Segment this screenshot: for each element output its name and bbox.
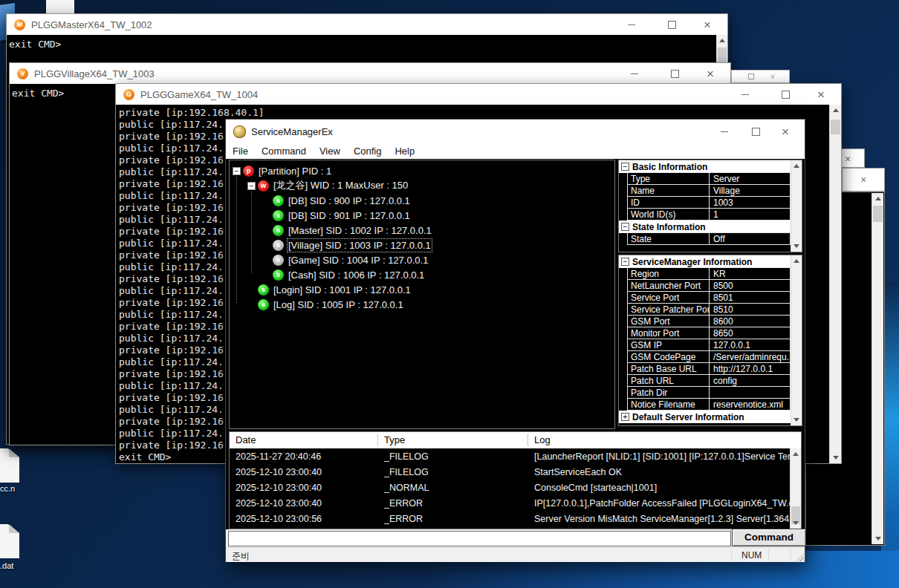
- section-header-state[interactable]: − State Information: [619, 220, 791, 233]
- property-row[interactable]: Region KR: [627, 267, 791, 280]
- background-titlebar-fragment[interactable]: ˅: [731, 70, 790, 83]
- section-header-default-server[interactable]: + Default Server Information: [619, 411, 791, 423]
- scroll-up-icon[interactable]: [791, 255, 802, 267]
- tree-item[interactable]: s [DB] SID : 900 IP : 127.0.0.1: [262, 193, 614, 208]
- tree-item-label[interactable]: [Login] SID : 1001 IP : 127.0.0.1: [273, 284, 411, 295]
- tree-item-label[interactable]: [Partition] PID : 1: [259, 166, 331, 177]
- scrollbar[interactable]: [829, 105, 841, 463]
- scrollbar-thumb[interactable]: [831, 120, 840, 134]
- tree-expand-icon[interactable]: [247, 286, 256, 294]
- background-window-fragment[interactable]: ×: [840, 148, 865, 168]
- document-icon[interactable]: [46, 0, 74, 13]
- scrollbar-thumb[interactable]: [873, 206, 883, 222]
- tree-item-label[interactable]: [Master] SID : 1002 IP : 127.0.0.1: [288, 225, 432, 236]
- property-row[interactable]: Name Village: [627, 184, 791, 197]
- property-row[interactable]: Patch Base URL http://127.0.0.1: [627, 362, 791, 375]
- scrollbar[interactable]: [791, 160, 802, 252]
- tree-expand-icon[interactable]: [262, 241, 270, 249]
- scrollbar-thumb[interactable]: [718, 48, 727, 64]
- minimize-icon[interactable]: [733, 84, 758, 105]
- tree-item-label[interactable]: [Log] SID : 1005 IP : 127.0.0.1: [273, 299, 403, 310]
- titlebar-plggmaster[interactable]: M PLGGMasterX64_TW_1002: [7, 14, 727, 35]
- close-icon[interactable]: [808, 84, 834, 105]
- titlebar-servicemanagerex[interactable]: ServiceManagerEx: [226, 120, 805, 143]
- tree-item[interactable]: s [DB] SID : 901 IP : 127.0.0.1: [262, 208, 614, 223]
- tree-item[interactable]: s [Game] SID : 1004 IP : 127.0.0.1: [262, 252, 614, 267]
- tree-expand-icon[interactable]: −: [247, 182, 256, 190]
- scrollbar[interactable]: [791, 255, 802, 425]
- tree-item-label[interactable]: [Village] SID : 1003 IP : 127.0.0.1: [288, 240, 431, 251]
- titlebar-plgggame[interactable]: G PLGGGameX64_TW_1004: [116, 84, 841, 105]
- scroll-down-icon[interactable]: [872, 533, 883, 544]
- tree-item-label[interactable]: [Cash] SID : 1006 IP : 127.0.0.1: [288, 270, 424, 281]
- menu-item[interactable]: View: [313, 146, 347, 157]
- maximize-icon[interactable]: [659, 14, 684, 35]
- tree-item-label[interactable]: [DB] SID : 900 IP : 127.0.0.1: [288, 195, 410, 206]
- scroll-up-icon[interactable]: [791, 448, 801, 460]
- menu-item[interactable]: Help: [388, 146, 421, 157]
- tree-item[interactable]: − p [Partition] PID : 1: [233, 163, 614, 178]
- property-row[interactable]: Type Server: [627, 172, 791, 185]
- tree-expand-icon[interactable]: [247, 301, 256, 309]
- tree-item[interactable]: s [Master] SID : 1002 IP : 127.0.0.1: [262, 223, 614, 238]
- collapse-icon[interactable]: −: [621, 163, 629, 171]
- close-icon[interactable]: ˅: [770, 73, 775, 81]
- log-row[interactable]: 2025-12-10 23:00:40 _ERROR IP[127.0.0.1]…: [230, 495, 801, 511]
- menu-item[interactable]: File: [226, 146, 255, 157]
- close-icon[interactable]: [770, 121, 800, 142]
- tree-item-label[interactable]: [DB] SID : 901 IP : 127.0.0.1: [288, 210, 410, 221]
- maximize-icon[interactable]: [748, 74, 754, 79]
- column-header-type[interactable]: Type: [378, 434, 528, 446]
- scroll-up-icon[interactable]: [872, 193, 883, 204]
- log-row[interactable]: 2025-11-27 20:40:46 _FILELOG [LauncherRe…: [230, 448, 801, 464]
- log-row[interactable]: 2025-12-10 23:00:56 _ERROR Server Versio…: [230, 511, 801, 526]
- maximize-icon[interactable]: [773, 84, 798, 105]
- scroll-down-icon[interactable]: [791, 517, 801, 529]
- resize-grip[interactable]: [794, 552, 804, 561]
- tree-item[interactable]: s [Cash] SID : 1006 IP : 127.0.0.1: [262, 267, 614, 282]
- section-header-smi[interactable]: − ServiceManager Information: [619, 255, 791, 268]
- scrollbar[interactable]: [790, 448, 801, 529]
- column-header-log[interactable]: Log: [528, 434, 801, 446]
- file-icon-ccn[interactable]: [0, 448, 19, 483]
- collapse-icon[interactable]: −: [621, 258, 629, 266]
- property-row[interactable]: State Off: [627, 232, 791, 245]
- tree-expand-icon[interactable]: [262, 256, 270, 264]
- tree-item[interactable]: − w [龙之谷] WID : 1 MaxUser : 150: [247, 178, 614, 193]
- tree-expand-icon[interactable]: −: [233, 167, 241, 175]
- titlebar-plggvillage[interactable]: V PLGGVillageX64_TW_1003: [10, 63, 730, 84]
- property-row[interactable]: Service Port 8501: [627, 291, 791, 304]
- log-row[interactable]: 2025-12-10 23:00:40 _FILELOG StartServic…: [230, 464, 801, 480]
- minimize-icon[interactable]: [619, 14, 644, 35]
- tree-expand-icon[interactable]: [262, 197, 270, 205]
- scrollbar[interactable]: [872, 193, 883, 544]
- maximize-icon[interactable]: [662, 63, 687, 84]
- file-icon-dat[interactable]: [0, 524, 19, 558]
- tree-item[interactable]: s [Log] SID : 1005 IP : 127.0.0.1: [247, 297, 614, 312]
- property-row[interactable]: Service Patcher Port 8510: [627, 303, 791, 316]
- property-row[interactable]: Patch URL config: [627, 374, 791, 387]
- property-row[interactable]: Monitor Port 8650: [627, 327, 791, 339]
- menu-item[interactable]: Command: [255, 146, 313, 157]
- scroll-down-icon[interactable]: [791, 241, 802, 252]
- column-header-date[interactable]: Date: [230, 434, 378, 446]
- tree-expand-icon[interactable]: [262, 271, 270, 279]
- property-row[interactable]: World ID(s) 1: [627, 208, 791, 220]
- property-row[interactable]: GSM Port 8600: [627, 315, 791, 327]
- property-row[interactable]: ID 1003: [627, 196, 791, 209]
- close-icon[interactable]: [695, 14, 720, 35]
- property-row[interactable]: NetLauncher Port 8500: [627, 279, 791, 292]
- tree-item-label[interactable]: [龙之谷] WID : 1 MaxUser : 150: [273, 179, 408, 192]
- scroll-up-icon[interactable]: [791, 160, 802, 172]
- collapse-icon[interactable]: −: [621, 223, 629, 231]
- property-row[interactable]: GSM IP 127.0.0.1: [627, 339, 791, 351]
- scroll-up-icon[interactable]: [717, 35, 727, 46]
- property-row[interactable]: Patch Dir: [627, 386, 791, 399]
- command-button[interactable]: Command: [732, 529, 806, 546]
- close-icon[interactable]: [698, 63, 723, 84]
- tree-item[interactable]: s [Login] SID : 1001 IP : 127.0.0.1: [247, 282, 614, 297]
- minimize-icon[interactable]: [710, 121, 739, 142]
- section-header-basic[interactable]: − Basic Information: [619, 160, 791, 173]
- tree-expand-icon[interactable]: [262, 226, 270, 235]
- close-icon[interactable]: ×: [860, 174, 866, 185]
